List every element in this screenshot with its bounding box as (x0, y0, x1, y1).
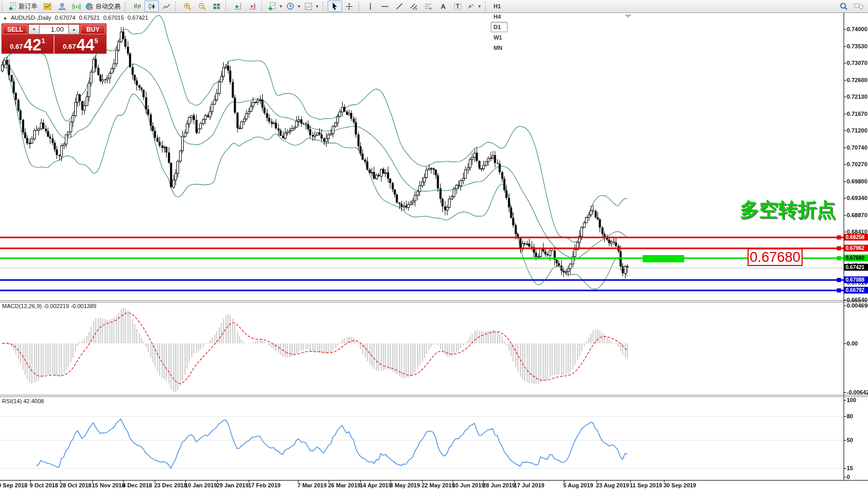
current-price-tag: 0.67421 (844, 264, 868, 271)
toolbar-grip[interactable] (261, 2, 264, 11)
templates-button[interactable]: ▼ (303, 1, 321, 12)
time-axis-label: 17 Jul 2019 (514, 482, 545, 488)
profiles-button[interactable] (55, 1, 69, 12)
chart-shift-button[interactable] (245, 1, 260, 12)
crosshair-icon (345, 2, 354, 11)
rsi-axis-tick: 15 (847, 465, 853, 471)
new-order-icon (8, 2, 17, 11)
equidistant-channel-icon: E (410, 2, 418, 11)
turning-point-annotation[interactable]: 多空转折点 (740, 197, 836, 223)
vertical-line-tool-button[interactable] (363, 1, 378, 12)
price-axis-tick: 0.70270 (847, 161, 867, 167)
ohlc-low: 0.67015 (103, 15, 124, 21)
vertical-line-icon (366, 2, 375, 11)
toolbar-grip[interactable] (225, 2, 228, 11)
toolbar-grip[interactable] (322, 2, 326, 11)
zoom-in-button[interactable] (180, 1, 195, 12)
time-axis-label: 28 Oct 2018 (60, 482, 91, 488)
time-axis-label: 5 Aug 2019 (563, 482, 593, 488)
rsi-axis-tick: 80 (847, 413, 853, 419)
trendline-tool-button[interactable] (392, 1, 407, 12)
toolbar-grip[interactable] (485, 2, 488, 11)
toolbar-grip[interactable] (125, 2, 128, 11)
macd-label: MACD(12,26,9) -0.002219 -0.001389 (2, 303, 97, 309)
fibonacci-tool-button[interactable]: F (422, 1, 436, 12)
collapse-triangle-icon[interactable]: ▲ (3, 16, 7, 20)
price-box-annotation[interactable]: 0.67680 (748, 248, 803, 266)
svg-text:T: T (456, 4, 459, 9)
buy-price-sup: 5 (94, 37, 98, 45)
text-icon: A (439, 2, 447, 11)
price-level-tag: 0.68258 (844, 234, 868, 241)
volume-up-button[interactable]: ▲ (69, 24, 79, 34)
search-icon[interactable] (839, 2, 848, 11)
zoom-out-button[interactable] (195, 1, 209, 12)
macd-axis-tick: 0.00 (847, 340, 858, 347)
price-chart-canvas[interactable] (0, 0, 868, 492)
text-label-tool-button[interactable]: T (451, 1, 465, 12)
indicators-button[interactable]: ▼ (266, 1, 284, 12)
sell-button[interactable]: SELL (3, 24, 28, 34)
toolbar-grip[interactable] (2, 2, 5, 11)
channel-tool-button[interactable]: E (407, 1, 422, 12)
time-axis-label: 22 May 2019 (422, 482, 455, 488)
text-tool-button[interactable]: A (436, 1, 451, 12)
bar-chart-mode-button[interactable] (130, 1, 144, 12)
toolbar: 新订单 自动交易 (0, 0, 868, 13)
trendline-icon (395, 2, 404, 11)
horizontal-line-icon (381, 2, 389, 11)
time-axis-label: 23 Dec 2018 (154, 482, 187, 488)
crosshair-tool-button[interactable] (342, 1, 357, 12)
time-axis-label: 29 Jan 2019 (216, 482, 249, 488)
auto-trading-label: 自动交易 (96, 2, 121, 11)
toolbar-grip[interactable] (175, 2, 178, 11)
tf-h4[interactable]: H4 (491, 11, 508, 22)
time-axis-label: 28 Jun 2019 (483, 482, 515, 488)
periods-button[interactable]: ▼ (284, 1, 303, 12)
new-order-button[interactable]: 新订单 (7, 1, 40, 12)
price-axis-tick: 0.72130 (847, 94, 867, 100)
time-axis-label: 15 Nov 2018 (92, 482, 125, 488)
buy-price-prefix: 0.67 (63, 43, 76, 50)
tf-d1[interactable]: D1 (491, 22, 508, 32)
time-axis-label: 30 Sep 2019 (663, 482, 696, 488)
tile-windows-button[interactable] (209, 1, 224, 12)
tf-h1[interactable]: H1 (491, 1, 508, 11)
ohlc-high: 0.67521 (79, 15, 100, 21)
arrows-tool-button[interactable]: ▼ (465, 1, 483, 12)
fibonacci-icon: F (424, 2, 433, 11)
macd-axis-tick: 0.004696 (847, 302, 868, 309)
new-chart-button[interactable] (40, 1, 55, 12)
indicators-icon (268, 2, 277, 11)
price-axis-tick: 0.69340 (847, 195, 867, 201)
chat-icon[interactable] (853, 2, 864, 11)
buy-price[interactable]: 0.67 44 5 (55, 35, 106, 54)
sell-price[interactable]: 0.67 42 1 (2, 35, 55, 54)
sell-price-prefix: 0.67 (10, 43, 23, 50)
auto-scroll-button[interactable] (230, 1, 245, 12)
auto-trading-button[interactable]: 自动交易 (84, 1, 123, 12)
cursor-tool-button[interactable] (328, 1, 342, 12)
buy-button[interactable]: BUY (80, 24, 105, 34)
text-label-icon: T (453, 2, 462, 11)
candlestick-mode-button[interactable] (144, 1, 159, 12)
rsi-axis-tick: 100 (847, 397, 856, 403)
signals-button[interactable] (69, 1, 84, 12)
tile-windows-icon (212, 2, 221, 11)
chart-shift-marker-icon[interactable] (625, 15, 632, 18)
auto-scroll-icon (234, 2, 242, 11)
price-axis-tick: 0.73070 (847, 60, 867, 66)
volume-down-button[interactable]: ▼ (29, 24, 39, 34)
new-order-label: 新订单 (19, 2, 38, 11)
horizontal-line-tool-button[interactable] (378, 1, 392, 12)
toolbar-grip[interactable] (358, 2, 361, 11)
volume-input[interactable]: 1.00 (39, 24, 69, 34)
time-axis-label: 4 Dec 2018 (123, 482, 152, 488)
tf-mn[interactable]: MN (491, 43, 508, 53)
line-chart-icon (162, 2, 171, 11)
price-level-tag: 0.67962 (844, 245, 868, 251)
tf-w1[interactable]: W1 (491, 32, 508, 43)
time-axis-label: 10 Jan 2019 (185, 482, 217, 488)
svg-text:A: A (441, 3, 446, 10)
line-chart-mode-button[interactable] (159, 1, 173, 12)
